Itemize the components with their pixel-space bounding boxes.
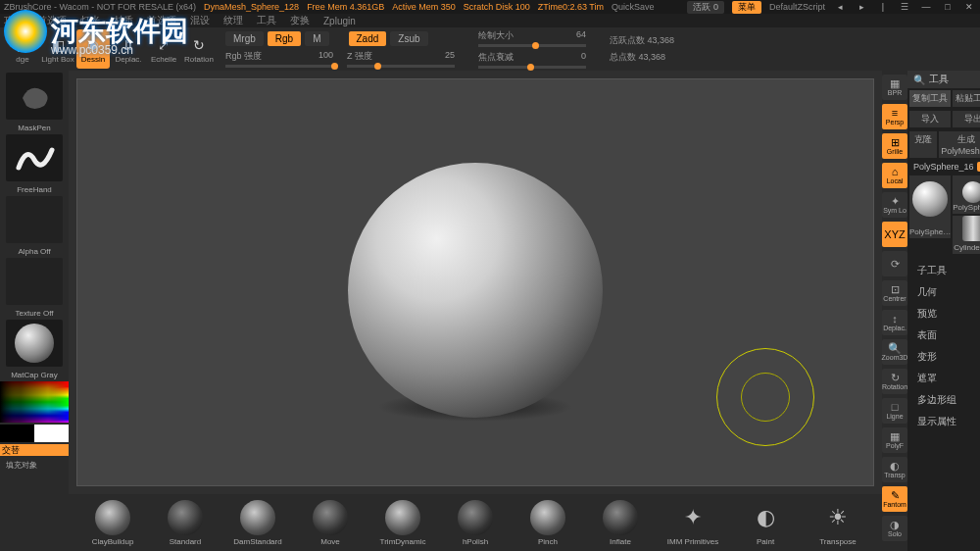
m-button[interactable]: M bbox=[305, 31, 328, 46]
brush-claybuildup[interactable]: ClayBuildup bbox=[82, 500, 143, 546]
export-button[interactable]: 导出 bbox=[953, 111, 980, 127]
brush-hpolish[interactable]: hPolish bbox=[445, 500, 506, 546]
copy-tool-button[interactable]: 复制工具 bbox=[909, 90, 951, 107]
brush-move[interactable]: Move bbox=[300, 500, 361, 546]
accordion-预览[interactable]: 预览 bbox=[907, 303, 980, 325]
active-pill: 活跃 0 bbox=[687, 1, 724, 14]
fill-object-button[interactable]: 填充对象 bbox=[0, 460, 37, 471]
draw-size-slider[interactable]: 绘制大小64 bbox=[478, 29, 586, 47]
arrow-right-icon[interactable]: ▸ bbox=[855, 1, 868, 13]
paste-tool-button[interactable]: 粘贴工具 bbox=[953, 90, 980, 107]
rail-centrer[interactable]: ⊡Centrer bbox=[882, 280, 907, 306]
rail-icon: ⊞ bbox=[891, 137, 900, 148]
rail-ligne[interactable]: □Ligne bbox=[882, 398, 907, 424]
rail-deplac.[interactable]: ↕Deplac. bbox=[882, 310, 907, 335]
rail-⟳[interactable]: ⟳ bbox=[882, 251, 907, 276]
brush-transpose[interactable]: ☀Transpose bbox=[808, 500, 868, 546]
texture-thumb[interactable] bbox=[6, 258, 63, 305]
rail-icon: ◐ bbox=[890, 461, 900, 472]
accordion-表面[interactable]: 表面 bbox=[907, 325, 980, 346]
accordion-遮罩[interactable]: 遮罩 bbox=[907, 368, 980, 389]
alpha-thumb[interactable] bbox=[6, 196, 63, 243]
brush-icon bbox=[240, 500, 275, 535]
brush-pinch[interactable]: Pinch bbox=[517, 500, 578, 546]
import-button[interactable]: 导入 bbox=[909, 111, 951, 127]
quicksave-button[interactable]: QuickSave bbox=[612, 2, 655, 12]
color-swatches[interactable] bbox=[0, 425, 69, 442]
rgb-intensity-slider[interactable]: Rgb 强度100 bbox=[225, 50, 333, 68]
accordion-几何[interactable]: 几何 bbox=[907, 281, 980, 303]
rgb-button[interactable]: Rgb bbox=[268, 31, 301, 46]
brush-paint[interactable]: ◐Paint bbox=[735, 500, 796, 546]
z-intensity-slider[interactable]: Z 强度25 bbox=[347, 50, 455, 68]
accordion-多边形组[interactable]: 多边形组 bbox=[907, 389, 980, 411]
mrgb-button[interactable]: Mrgb bbox=[225, 31, 264, 46]
rail-persp[interactable]: ≡Persp bbox=[882, 104, 907, 129]
tool-thumb-Cylinder3D[interactable]: Cylinder3D bbox=[953, 216, 980, 254]
total-points: 总点数 43,368 bbox=[610, 51, 708, 64]
menu-item[interactable]: Zplugin bbox=[323, 16, 356, 26]
rail-local[interactable]: ⌂Local bbox=[882, 163, 907, 188]
default-zscript[interactable]: DefaultZScript bbox=[769, 2, 825, 12]
clone-button[interactable]: 克隆 bbox=[909, 131, 937, 158]
focal-shift-slider[interactable]: 焦点衰减0 bbox=[478, 51, 586, 69]
rail-icon: ▦ bbox=[890, 78, 900, 89]
tool-panel-header[interactable]: 🔍 工具 bbox=[907, 71, 980, 88]
accordion-显示属性[interactable]: 显示属性 bbox=[907, 411, 980, 432]
rail-sym lo[interactable]: ✦Sym Lo bbox=[882, 192, 907, 218]
rail-icon: ↕ bbox=[892, 314, 898, 325]
menu-item[interactable]: 混设 bbox=[190, 14, 210, 27]
color-picker[interactable] bbox=[0, 381, 69, 423]
doc-name: DynaMesh_Sphere_128 bbox=[204, 2, 299, 12]
right-rail: ▦BPR≡Persp⊞Grille⌂Local✦Sym LoXYZ⟳⊡Centr… bbox=[882, 71, 907, 551]
brush-imm primitives[interactable]: ✦IMM Primitives bbox=[662, 500, 723, 546]
divider-icon: | bbox=[876, 1, 890, 13]
swatch-black[interactable] bbox=[0, 425, 34, 442]
menu-item[interactable]: 工具 bbox=[257, 14, 276, 27]
rail-rotation[interactable]: ↻Rotation bbox=[882, 369, 907, 394]
arrow-left-icon[interactable]: ◂ bbox=[833, 1, 847, 13]
menu-item[interactable]: 纹理 bbox=[223, 14, 243, 27]
rail-solo[interactable]: ◑Solo bbox=[882, 516, 907, 541]
zadd-button[interactable]: Zadd bbox=[349, 31, 387, 46]
brush-cursor bbox=[716, 348, 814, 446]
rail-grille[interactable]: ⊞Grille bbox=[882, 133, 907, 159]
menu-item[interactable]: 变换 bbox=[290, 14, 310, 27]
menu-pill[interactable]: 菜单 bbox=[732, 1, 761, 14]
material-thumb[interactable] bbox=[6, 320, 63, 367]
swatch-white[interactable] bbox=[34, 425, 69, 442]
brush-thumb[interactable] bbox=[6, 73, 63, 120]
stroke-curve-icon bbox=[13, 140, 56, 175]
brush-damstandard[interactable]: DamStandard bbox=[227, 500, 288, 546]
viewport-canvas[interactable] bbox=[76, 78, 874, 486]
rail-zoom3d[interactable]: 🔍Zoom3D bbox=[882, 339, 907, 365]
texture-label: Texture Off bbox=[16, 309, 54, 318]
rail-fantom[interactable]: ✎Fantom bbox=[882, 486, 907, 512]
stroke-thumb[interactable] bbox=[6, 134, 63, 181]
brush-standard[interactable]: Standard bbox=[155, 500, 216, 546]
rail-bpr[interactable]: ▦BPR bbox=[882, 75, 907, 100]
brush-icon bbox=[385, 500, 420, 535]
make-polymesh-button[interactable]: 生成 PolyMesh3D bbox=[939, 131, 980, 158]
menu-icon[interactable]: ☰ bbox=[898, 1, 911, 13]
brush-inflate[interactable]: Inflate bbox=[590, 500, 651, 546]
activemem: Active Mem 350 bbox=[392, 2, 456, 12]
rail-polyf[interactable]: ▦PolyF bbox=[882, 427, 907, 453]
tool-thumb-PolySphe…[interactable]: PolySphe… bbox=[909, 175, 951, 238]
accordion-子工具[interactable]: 子工具 bbox=[907, 260, 980, 281]
search-icon[interactable]: 🔍 bbox=[913, 75, 925, 85]
rail-xyz[interactable]: XYZ bbox=[882, 222, 907, 247]
tool-thumb-PolySphere[interactable]: PolySphere bbox=[953, 175, 980, 214]
minimize-icon[interactable]: — bbox=[919, 1, 933, 13]
maximize-icon[interactable]: □ bbox=[941, 1, 955, 13]
close-icon[interactable]: ✕ bbox=[962, 1, 976, 13]
brush-icon bbox=[313, 500, 348, 535]
zsub-button[interactable]: Zsub bbox=[390, 31, 427, 46]
switch-color-button[interactable]: 交替 bbox=[0, 444, 69, 456]
accordion-变形[interactable]: 变形 bbox=[907, 346, 980, 368]
left-tray: MaskPen FreeHand Alpha Off Texture Off M… bbox=[0, 71, 69, 551]
brush-trimdynamic[interactable]: TrimDynamic bbox=[372, 500, 433, 546]
rail-transp[interactable]: ◐Transp bbox=[882, 457, 907, 482]
rail-icon: ⌂ bbox=[892, 167, 899, 177]
rail-icon: XYZ bbox=[884, 229, 905, 240]
